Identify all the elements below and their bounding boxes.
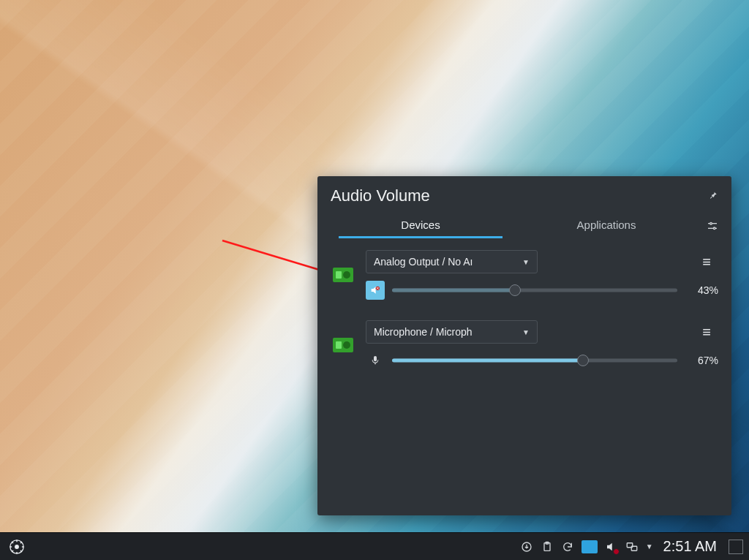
taskbar-clock[interactable]: 2:51 AM — [663, 538, 717, 555]
chevron-down-icon: ▼ — [522, 258, 530, 266]
svg-point-17 — [15, 545, 19, 549]
audio-volume-popup: Audio Volume Devices Applications Analog… — [317, 176, 731, 515]
popup-title: Audio Volume — [331, 186, 430, 205]
svg-point-5 — [713, 227, 715, 230]
input-port-select[interactable]: Microphone / Microph ▼ — [366, 320, 538, 344]
output-device: Analog Output / No Aı ▼ ≡ 43% — [331, 250, 718, 300]
input-device: Microphone / Microph ▼ ≡ 67% — [331, 320, 718, 370]
soundcard-icon — [331, 320, 355, 370]
output-device-menu[interactable]: ≡ — [698, 253, 715, 270]
show-desktop-button[interactable] — [729, 540, 743, 554]
output-volume-value: 43% — [685, 284, 718, 296]
tab-devices[interactable]: Devices — [328, 213, 513, 238]
muted-indicator-icon — [613, 548, 620, 555]
network-tray-icon[interactable] — [625, 540, 639, 553]
tab-bar: Devices Applications — [328, 213, 699, 238]
input-volume-slider[interactable] — [392, 355, 677, 366]
tab-applications[interactable]: Applications — [513, 213, 699, 238]
input-device-menu[interactable]: ≡ — [698, 323, 715, 341]
input-mute-button[interactable] — [366, 351, 385, 370]
soundcard-icon — [331, 250, 355, 300]
input-volume-value: 67% — [685, 355, 718, 366]
svg-line-16 — [12, 550, 13, 551]
application-launcher[interactable] — [6, 536, 28, 558]
tray-expand-arrow[interactable]: ▼ — [646, 542, 653, 550]
output-volume-slider[interactable] — [392, 285, 677, 295]
output-port-label: Analog Output / No Aı — [374, 256, 473, 268]
svg-line-15 — [20, 542, 22, 543]
pin-button[interactable] — [708, 190, 718, 203]
system-tray: ▼ — [520, 540, 653, 553]
svg-line-14 — [20, 550, 22, 551]
configure-button[interactable] — [704, 217, 721, 235]
updates-tray-icon[interactable] — [520, 540, 533, 553]
output-mute-button[interactable] — [366, 281, 385, 300]
chevron-down-icon: ▼ — [522, 328, 530, 336]
sliders-icon — [707, 220, 718, 232]
input-port-label: Microphone / Microph — [374, 326, 473, 338]
sync-tray-icon[interactable] — [561, 540, 574, 553]
messages-tray-icon[interactable] — [581, 540, 598, 553]
output-port-select[interactable]: Analog Output / No Aı ▼ — [366, 250, 538, 273]
speaker-muted-icon — [369, 284, 381, 296]
svg-rect-7 — [374, 363, 375, 364]
taskbar: ▼ 2:51 AM — [0, 532, 749, 560]
audio-tray-icon[interactable] — [605, 540, 618, 553]
microphone-icon — [369, 355, 381, 366]
svg-line-13 — [12, 542, 13, 543]
kde-logo-icon — [9, 539, 25, 555]
clipboard-tray-icon[interactable] — [541, 540, 554, 553]
svg-point-3 — [710, 222, 712, 224]
